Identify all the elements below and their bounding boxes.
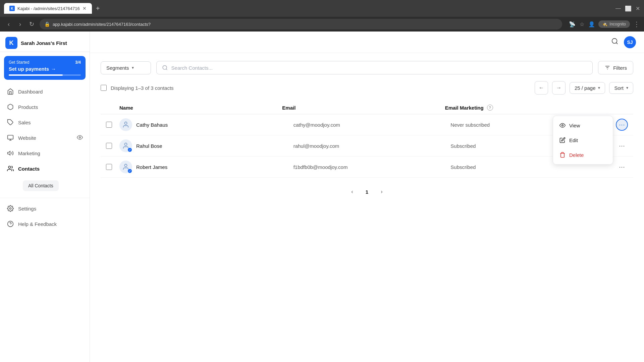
tab-close-btn[interactable]: ✕ — [83, 6, 87, 11]
users-icon — [7, 165, 14, 172]
svg-point-6 — [8, 166, 11, 169]
forward-btn[interactable]: › — [15, 19, 25, 29]
secure-icon: 🔒 — [44, 21, 50, 27]
svg-line-11 — [616, 43, 618, 44]
all-contacts-btn[interactable]: All Contacts — [23, 180, 59, 191]
nav-buttons: ‹ › ↻ — [4, 19, 36, 29]
prev-page-btn[interactable]: ← — [535, 81, 548, 95]
row-2-menu-btn[interactable]: ⋯ — [616, 140, 628, 152]
maximize-btn[interactable]: ⬜ — [625, 5, 632, 12]
svg-point-7 — [10, 208, 11, 209]
select-all-checkbox[interactable] — [101, 85, 107, 91]
per-page-value: 25 / page — [575, 85, 596, 91]
sidebar-item-all-contacts[interactable]: All Contacts — [0, 176, 90, 195]
delete-icon — [559, 152, 566, 158]
row-2-check[interactable] — [106, 143, 119, 149]
row-3-menu-btn[interactable]: ⋯ — [616, 161, 628, 173]
tag-icon — [7, 119, 14, 126]
contacts-toolbar: Segments ▾ Filters — [101, 61, 633, 74]
reload-btn[interactable]: ↻ — [27, 19, 36, 29]
svg-point-12 — [163, 65, 167, 69]
avatar-initials: SJ — [627, 40, 633, 45]
new-tab-btn[interactable]: + — [93, 3, 103, 14]
prev-arrow-btn[interactable]: ‹ — [346, 186, 358, 198]
bottom-pagination: ‹ 1 › — [101, 178, 633, 206]
row-3-checkbox[interactable] — [106, 164, 112, 170]
header-name-col: Name — [119, 105, 282, 111]
search-contacts-input[interactable] — [171, 65, 587, 71]
filters-btn[interactable]: Filters — [598, 61, 633, 74]
products-label: Products — [18, 104, 38, 110]
sort-dropdown[interactable]: Sort ▾ — [609, 82, 633, 94]
row-1-name: Cathy Bahaus — [136, 122, 293, 128]
sidebar-item-contacts[interactable]: Contacts — [0, 161, 90, 176]
profile-icon[interactable]: 👤 — [588, 21, 595, 27]
email-marketing-info-icon[interactable]: ? — [487, 105, 493, 111]
page-1-btn[interactable]: 1 — [361, 186, 373, 198]
get-started-banner[interactable]: Get Started 3/4 Set up payments → — [4, 56, 86, 80]
sidebar-item-dashboard[interactable]: Dashboard — [0, 84, 90, 99]
user-avatar-btn[interactable]: SJ — [624, 36, 636, 48]
active-tab[interactable]: K Kajabi - /admin/sites/214764716 ✕ — [4, 3, 92, 14]
sidebar-brand-name: Sarah Jonas's First — [21, 40, 67, 46]
browser-tabs: K Kajabi - /admin/sites/214764716 ✕ + — [4, 3, 610, 14]
box-icon — [7, 103, 14, 111]
svg-point-20 — [124, 164, 127, 167]
contacts-content: Segments ▾ Filters Displaying 1–3 of 3 c… — [90, 53, 644, 362]
pagination-top: Displaying 1–3 of 3 contacts ← → 25 / pa… — [101, 81, 633, 95]
sales-label: Sales — [18, 120, 31, 125]
filters-icon — [604, 65, 610, 71]
settings-label: Settings — [18, 206, 36, 212]
contacts-label: Contacts — [18, 166, 40, 172]
row-2-avatar — [119, 139, 132, 152]
row-1-checkbox[interactable] — [106, 122, 112, 128]
sidebar-logo: K — [5, 37, 17, 49]
incognito-label: Incognito — [609, 22, 626, 26]
topbar: SJ — [90, 32, 644, 53]
back-btn[interactable]: ‹ — [4, 19, 13, 29]
sidebar-item-website[interactable]: Website — [0, 130, 90, 145]
context-menu-edit[interactable]: Edit — [553, 133, 613, 147]
row-2-checkbox[interactable] — [106, 143, 112, 149]
row-1-check[interactable] — [106, 122, 119, 128]
table-header-row: Name Email Email Marketing ? — [101, 101, 633, 114]
header-email-marketing-col: Email Marketing ? — [445, 105, 608, 111]
sidebar-item-sales[interactable]: Sales — [0, 115, 90, 130]
sidebar-item-settings[interactable]: Settings — [0, 201, 90, 216]
row-3-avatar — [119, 161, 132, 173]
segments-dropdown[interactable]: Segments ▾ — [101, 61, 151, 74]
context-menu-view[interactable]: View — [553, 118, 613, 133]
contacts-search-bar[interactable] — [156, 61, 593, 74]
sidebar-item-products[interactable]: Products — [0, 99, 90, 115]
gs-cta: Set up payments → — [9, 66, 81, 72]
topbar-search-btn[interactable] — [611, 38, 619, 47]
browser-chrome: K Kajabi - /admin/sites/214764716 ✕ + — … — [0, 0, 644, 17]
row-1-menu-btn[interactable]: ⋯ — [616, 119, 628, 131]
row-3-name: Robert James — [136, 164, 293, 170]
context-menu-delete[interactable]: Delete — [553, 147, 613, 162]
next-page-btn[interactable]: → — [552, 81, 566, 95]
bookmark-icon[interactable]: ☆ — [580, 21, 584, 27]
tab-favicon: K — [9, 6, 15, 11]
svg-point-10 — [612, 39, 617, 44]
app-container: K Sarah Jonas's First Get Started 3/4 Se… — [0, 32, 644, 362]
next-arrow-btn[interactable]: › — [376, 186, 388, 198]
gear-icon — [7, 205, 14, 212]
per-page-dropdown[interactable]: 25 / page ▾ — [570, 82, 605, 94]
gs-badge: 3/4 — [75, 60, 81, 65]
browser-menu-btn[interactable]: ⋮ — [633, 20, 640, 28]
marketing-label: Marketing — [18, 150, 40, 156]
gs-progress-bar-container — [9, 74, 81, 76]
svg-point-4 — [79, 136, 81, 138]
close-window-btn[interactable]: ✕ — [636, 5, 640, 12]
incognito-btn[interactable]: 🕵 Incognito — [598, 20, 630, 28]
url-text: app.kajabi.com/admin/sites/2147647163/co… — [53, 22, 151, 27]
sort-label: Sort — [614, 85, 624, 91]
minimize-btn[interactable]: — — [615, 5, 621, 12]
sidebar-item-marketing[interactable]: Marketing — [0, 145, 90, 161]
sidebar-item-help[interactable]: Help & Feedback — [0, 216, 90, 232]
help-label: Help & Feedback — [18, 221, 57, 227]
row-3-check[interactable] — [106, 164, 119, 170]
url-bar[interactable]: 🔒 app.kajabi.com/admin/sites/2147647163/… — [40, 19, 562, 29]
cast-icon[interactable]: 📡 — [569, 21, 576, 27]
